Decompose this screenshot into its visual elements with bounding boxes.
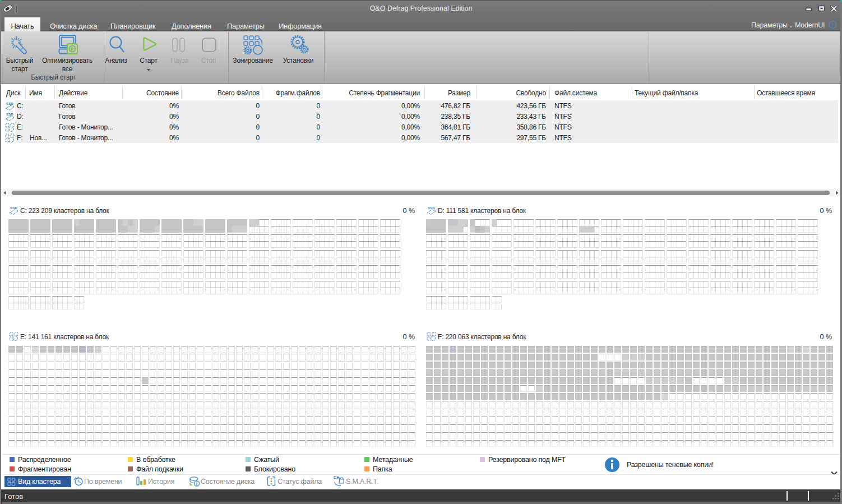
svg-text:SSD: SSD	[6, 112, 13, 116]
svg-text:SSD: SSD	[10, 206, 17, 210]
svg-text:SSD: SSD	[6, 101, 13, 105]
svg-text:?: ?	[831, 21, 834, 27]
svg-text:SSD: SSD	[428, 206, 435, 210]
